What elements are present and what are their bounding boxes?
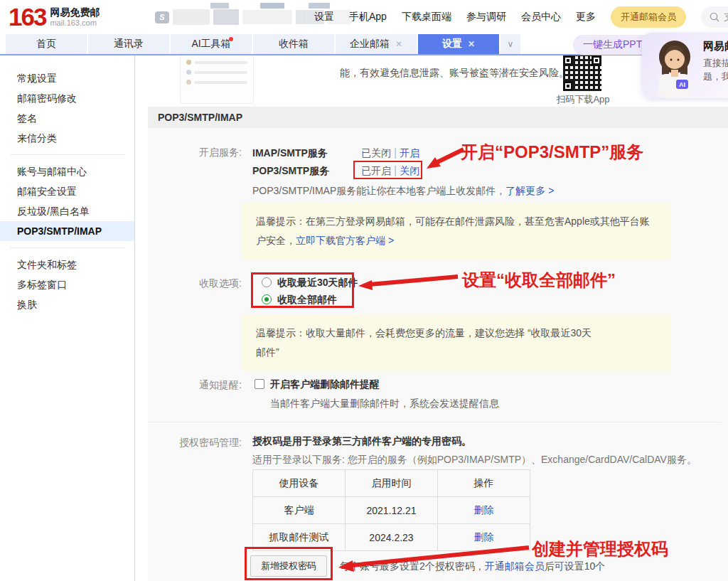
tab-home[interactable]: 首页 bbox=[6, 34, 87, 54]
tab-inbox[interactable]: 收件箱 bbox=[253, 34, 334, 54]
notification-dot bbox=[229, 37, 233, 41]
sidebar-item-password[interactable]: 邮箱密码修改 bbox=[0, 88, 134, 108]
search-placeholder: 支持邮 bbox=[724, 11, 728, 23]
mail-settings-page: 163 网易免费邮 mail.163.com S ∨ 设置 手机App 下载桌面… bbox=[0, 0, 728, 581]
menu-desktop-download[interactable]: 下载桌面端 bbox=[402, 11, 451, 23]
assistant-text-line1: 直接描 bbox=[703, 56, 728, 70]
fetch-options-label: 收取选项: bbox=[148, 277, 242, 290]
pop3-smtp-service-name: POP3/SMTP服务 bbox=[252, 165, 329, 176]
learn-more-link[interactable]: 了解更多 > bbox=[505, 185, 554, 196]
assistant-title: 网易邮箱 bbox=[703, 40, 728, 53]
sidebar-item-folders-tags[interactable]: 文件夹和标签 bbox=[0, 255, 134, 274]
pop3-smtp-close-link[interactable]: 关闭 bbox=[400, 165, 419, 176]
sidebar-item-pop3-smtp-imap[interactable]: POP3/SMTP/IMAP bbox=[0, 221, 134, 241]
app-promo-banner: 能，有效避免信息泄露、账号被盗等潜在安全风险。 扫码下载App bbox=[148, 55, 728, 107]
redacted-text bbox=[173, 9, 210, 25]
sidebar-item-account-center[interactable]: 账号与邮箱中心 bbox=[0, 161, 134, 181]
menu-member-center[interactable]: 会员中心 bbox=[521, 11, 561, 23]
logo-text: 网易免费邮 mail.163.com bbox=[50, 4, 100, 28]
cell-date: 2024.2.23 bbox=[346, 524, 438, 551]
tab-enterprise-mail[interactable]: 企业邮箱✕ bbox=[336, 34, 417, 54]
menu-more[interactable]: 更多 bbox=[576, 11, 596, 23]
services-label: 开启服务: bbox=[148, 146, 242, 159]
app-screenshot-thumbnail bbox=[180, 55, 254, 104]
menu-mobile-app[interactable]: 手机App bbox=[349, 11, 387, 23]
banner-text: 能，有效避免信息泄露、账号被盗等潜在安全风险。 bbox=[340, 67, 569, 80]
divider bbox=[304, 10, 305, 24]
radio-unchecked-icon[interactable] bbox=[262, 277, 272, 287]
checkbox-label: 开启客户端删除邮件提醒 bbox=[270, 378, 380, 390]
sidebar-item-incoming-sort[interactable]: 来信分类 bbox=[0, 128, 134, 148]
tab-settings[interactable]: 设置✕ bbox=[418, 34, 499, 54]
cell-device: 抓取邮件测试 bbox=[253, 524, 346, 551]
cell-date: 2021.12.21 bbox=[346, 497, 438, 524]
tab-label: 收件箱 bbox=[279, 38, 309, 50]
open-vip-button[interactable]: 开通邮箱会员 bbox=[611, 6, 686, 28]
security-notice: 温馨提示：在第三方登录网易邮箱，可能存在邮件泄露风险，甚至危害Apple或其他平… bbox=[242, 203, 671, 260]
imap-smtp-enable-link[interactable]: 开启 bbox=[400, 147, 419, 159]
menu-survey[interactable]: 参与调研 bbox=[466, 11, 506, 23]
services-description: POP3/SMTP/IMAP服务能让你在本地客户端上收发邮件，了解更多 > bbox=[252, 185, 554, 198]
table-row: 客户端 2021.12.21 删除 bbox=[253, 497, 530, 524]
tab-ai-toolbox[interactable]: AI工具箱 bbox=[171, 34, 252, 54]
tab-label: AI工具箱 bbox=[191, 38, 230, 50]
delete-link[interactable]: 删除 bbox=[474, 531, 494, 543]
add-auth-password-button[interactable]: 新增授权密码 bbox=[250, 555, 327, 577]
radio-checked-icon[interactable] bbox=[262, 294, 272, 304]
redacted-text bbox=[260, 3, 284, 9]
163-logo[interactable]: 163 网易免费邮 mail.163.com bbox=[9, 4, 100, 31]
tab-list-dropdown[interactable]: ∨ bbox=[500, 34, 520, 54]
menu-settings[interactable]: 设置 bbox=[314, 11, 334, 23]
delete-reminder-checkbox-row[interactable]: 开启客户端删除邮件提醒 bbox=[255, 378, 380, 390]
redacted-text bbox=[242, 10, 292, 24]
tab-label: 首页 bbox=[36, 38, 56, 50]
quota-text-pre: 每个账号最多设置2个授权密码， bbox=[340, 560, 485, 572]
top-header: 163 网易免费邮 mail.163.com S ∨ 设置 手机App 下载桌面… bbox=[0, 0, 728, 34]
assistant-text-line2: 题，我 bbox=[703, 70, 728, 83]
tab-bar: 首页 通讯录 AI工具箱 收件箱 企业邮箱✕ 设置✕ ∨ 一键生成PPT bbox=[0, 34, 728, 54]
notify-label: 通知提醒: bbox=[148, 379, 242, 392]
imap-smtp-status: 已关闭 bbox=[361, 147, 391, 159]
sidebar-item-general[interactable]: 常规设置 bbox=[0, 68, 134, 88]
top-menu: 设置 手机App 下载桌面端 参与调研 会员中心 更多 开通邮箱会员 支持邮 bbox=[314, 0, 728, 34]
divider: | bbox=[394, 164, 397, 176]
notify-hint: 当邮件客户端大量删除邮件时，系统会发送提醒信息 bbox=[270, 398, 499, 410]
services-description-text: POP3/SMTP/IMAP服务能让你在本地客户端上收发邮件， bbox=[252, 185, 505, 196]
close-icon[interactable]: ✕ bbox=[395, 39, 402, 49]
qr-code bbox=[563, 55, 601, 91]
divider bbox=[10, 247, 124, 248]
download-client-link[interactable]: 立即下载官方客户端 > bbox=[296, 235, 394, 246]
qr-caption: 扫码下载App bbox=[550, 93, 616, 106]
fetch-all-mail-option[interactable]: 收取全部邮件 bbox=[262, 294, 337, 305]
table-row: 抓取邮件测试 2024.2.23 删除 bbox=[253, 524, 530, 551]
sidebar-item-multitab[interactable]: 多标签窗口 bbox=[0, 274, 134, 294]
close-icon[interactable]: ✕ bbox=[468, 39, 475, 49]
option-label: 收取最近30天邮件 bbox=[277, 277, 358, 288]
divider: | bbox=[394, 146, 397, 159]
auth-quota-text: 每个账号最多设置2个授权密码，开通邮箱会员后可设置10个 bbox=[340, 560, 605, 573]
generate-ppt-button[interactable]: 一键生成PPT bbox=[573, 35, 652, 55]
sidebar-item-signature[interactable]: 签名 bbox=[0, 108, 134, 128]
tab-label: 设置 bbox=[442, 38, 462, 50]
ai-assistant-card[interactable]: AI 网易邮箱 直接描 题，我 bbox=[642, 33, 728, 98]
tab-contacts[interactable]: 通讯录 bbox=[88, 34, 169, 54]
sidebar-item-skin[interactable]: 换肤 bbox=[0, 294, 134, 314]
auth-description-2: 适用于登录以下服务: 您开启的服务（例如POP3/IMAP/SMTP）、Exch… bbox=[252, 454, 697, 467]
redacted-text bbox=[213, 9, 239, 25]
chevron-down-icon: ∨ bbox=[508, 39, 514, 49]
checkbox-unchecked-icon[interactable] bbox=[255, 379, 264, 389]
delete-link[interactable]: 删除 bbox=[474, 504, 494, 516]
sidebar-item-antispam[interactable]: 反垃圾/黑白名单 bbox=[0, 201, 134, 221]
search-box[interactable]: 支持邮 bbox=[701, 6, 728, 28]
imap-smtp-service-name: IMAP/SMTP服务 bbox=[252, 147, 328, 159]
logo-domain: mail.163.com bbox=[50, 18, 100, 28]
auth-description-1: 授权码是用于登录第三方邮件客户端的专用密码。 bbox=[252, 435, 471, 448]
cell-device: 客户端 bbox=[253, 497, 346, 524]
col-action: 操作 bbox=[438, 470, 530, 497]
sidebar-item-security[interactable]: 邮箱安全设置 bbox=[0, 181, 134, 201]
col-enable-date: 启用时间 bbox=[346, 470, 438, 497]
fetch-last-30-days-option[interactable]: 收取最近30天邮件 bbox=[262, 277, 358, 288]
logo-title: 网易免费邮 bbox=[50, 6, 100, 18]
divider bbox=[10, 154, 124, 155]
open-vip-link[interactable]: 开通邮箱会员 bbox=[485, 560, 545, 572]
